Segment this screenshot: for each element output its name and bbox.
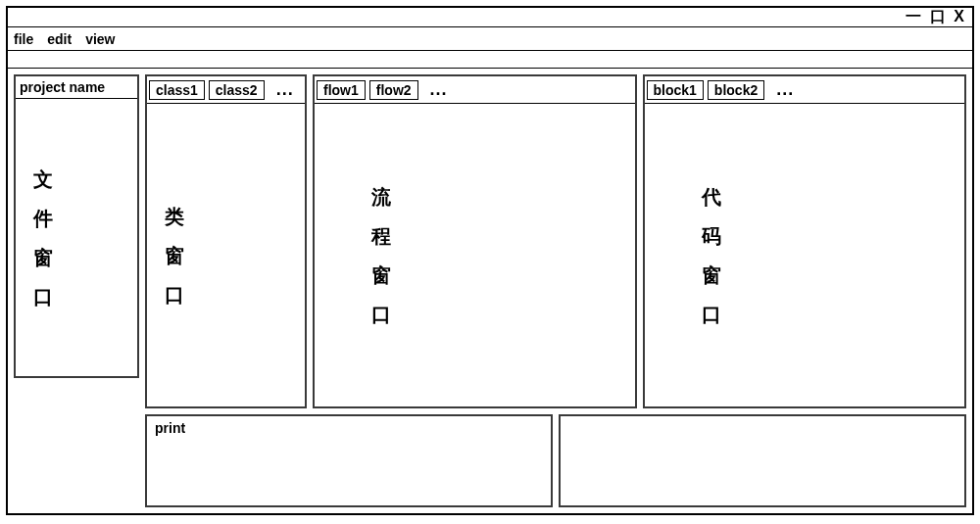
project-body-text: 文 件 窗 口 (33, 160, 53, 316)
block-tabstrip: block1 block2 ... (645, 76, 965, 104)
class-tabstrip: class1 class2 ... (147, 76, 305, 104)
project-box: project name 文 件 窗 口 (14, 74, 139, 378)
tab-flow-more[interactable]: ... (422, 78, 456, 101)
tab-class-more[interactable]: ... (269, 78, 302, 101)
project-body: 文 件 窗 口 (16, 99, 137, 376)
flow-body: 流 程 窗 口 (315, 104, 635, 406)
flow-tabstrip: flow1 flow2 ... (315, 76, 635, 104)
tab-flow2[interactable]: flow2 (369, 80, 418, 100)
flow-body-text: 流 程 窗 口 (332, 177, 391, 334)
tab-class2[interactable]: class2 (209, 80, 265, 100)
window-controls[interactable]: 一 口 X (906, 7, 966, 27)
right-area: class1 class2 ... 类 窗 口 (145, 74, 966, 507)
flow-panel: flow1 flow2 ... 流 程 窗 口 (313, 74, 637, 408)
menu-file[interactable]: file (14, 31, 33, 47)
class-body-text: 类 窗 口 (165, 197, 184, 314)
block-panel: block1 block2 ... 代 码 窗 口 (643, 74, 967, 408)
project-panel: project name 文 件 窗 口 (14, 74, 139, 507)
bottom-row: print (145, 414, 966, 507)
block-body-text: 代 码 窗 口 (662, 177, 721, 334)
menubar: file edit view (8, 27, 972, 51)
print-label: print (147, 416, 551, 440)
menu-edit[interactable]: edit (47, 31, 72, 47)
tab-class1[interactable]: class1 (149, 80, 205, 100)
tab-block2[interactable]: block2 (708, 80, 764, 100)
tab-block-more[interactable]: ... (768, 78, 802, 101)
toolbar-blank (8, 51, 972, 69)
print-panel: print (145, 414, 553, 507)
titlebar: 一 口 X (8, 8, 972, 27)
tab-flow1[interactable]: flow1 (317, 80, 366, 100)
app-window: 一 口 X file edit view project name 文 件 窗 … (6, 6, 974, 515)
block-body: 代 码 窗 口 (645, 104, 965, 406)
top-row: class1 class2 ... 类 窗 口 (145, 74, 966, 408)
project-header: project name (16, 76, 137, 99)
menu-view[interactable]: view (85, 31, 115, 47)
workspace: project name 文 件 窗 口 class1 (8, 69, 972, 513)
class-body: 类 窗 口 (147, 104, 305, 406)
empty-panel (559, 414, 966, 507)
class-panel: class1 class2 ... 类 窗 口 (145, 74, 307, 408)
tab-block1[interactable]: block1 (647, 80, 704, 100)
